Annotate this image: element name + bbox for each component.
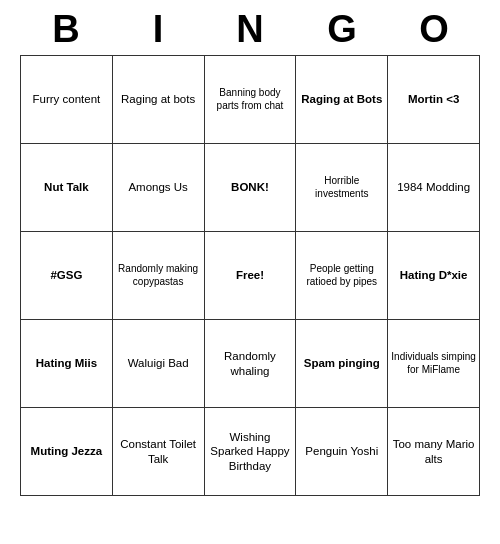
bingo-cell: Raging at Bots <box>296 56 388 144</box>
bingo-cell: Randomly making copypastas <box>112 232 204 320</box>
bingo-cell: Wishing Sparked Happy Birthday <box>204 408 296 496</box>
bingo-cell: Hating D*xie <box>388 232 480 320</box>
bingo-cell: Free! <box>204 232 296 320</box>
bingo-cell: #GSG <box>21 232 113 320</box>
bingo-cell: BONK! <box>204 144 296 232</box>
bingo-title: BINGO <box>20 0 480 55</box>
bingo-cell: Spam pinging <box>296 320 388 408</box>
bingo-cell: Furry content <box>21 56 113 144</box>
bingo-cell: People getting ratioed by pipes <box>296 232 388 320</box>
bingo-cell: Nut Talk <box>21 144 113 232</box>
bingo-cell: Waluigi Bad <box>112 320 204 408</box>
title-letter: N <box>214 8 286 51</box>
bingo-cell: Mortin <3 <box>388 56 480 144</box>
bingo-cell: Too many Mario alts <box>388 408 480 496</box>
title-letter: I <box>122 8 194 51</box>
bingo-cell: Muting Jezza <box>21 408 113 496</box>
bingo-cell: Penguin Yoshi <box>296 408 388 496</box>
bingo-cell: Randomly whaling <box>204 320 296 408</box>
bingo-cell: Hating Miis <box>21 320 113 408</box>
bingo-cell: Amongs Us <box>112 144 204 232</box>
title-letter: G <box>306 8 378 51</box>
bingo-cell: Horrible investments <box>296 144 388 232</box>
bingo-grid: Furry contentRaging at botsBanning body … <box>20 55 480 496</box>
title-letter: B <box>30 8 102 51</box>
bingo-cell: Individuals simping for MiFlame <box>388 320 480 408</box>
bingo-cell: Raging at bots <box>112 56 204 144</box>
bingo-cell: Banning body parts from chat <box>204 56 296 144</box>
bingo-cell: Constant Toilet Talk <box>112 408 204 496</box>
bingo-cell: 1984 Modding <box>388 144 480 232</box>
title-letter: O <box>398 8 470 51</box>
